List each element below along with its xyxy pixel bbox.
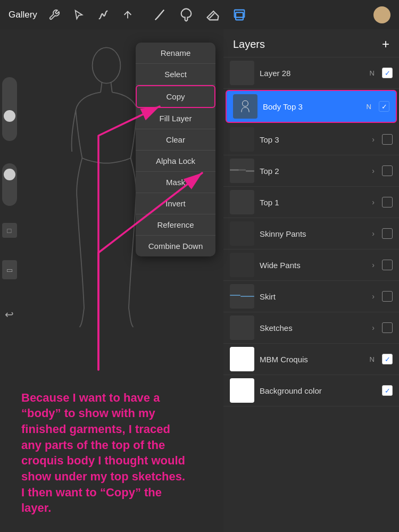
layer-row[interactable]: Background color ✓ xyxy=(223,375,399,406)
layers-tool-icon[interactable] xyxy=(232,7,247,22)
user-avatar[interactable] xyxy=(373,6,390,23)
layer-checkbox[interactable] xyxy=(382,260,393,270)
eraser-tool-icon[interactable] xyxy=(205,7,220,22)
layer-thumbnail xyxy=(230,347,254,371)
layer-name: Background color xyxy=(260,386,377,395)
brush-tool-icon[interactable] xyxy=(179,7,194,22)
opacity-bar[interactable] xyxy=(2,163,17,206)
layer-checkbox[interactable] xyxy=(382,228,393,239)
undo-button[interactable]: ↩ xyxy=(2,307,17,322)
svg-line-5 xyxy=(101,82,102,92)
canvas-area: Rename Select Copy Fill Layer Clear Alph… xyxy=(0,29,399,532)
layer-chevron-icon: › xyxy=(372,229,375,238)
layer-checkbox-active[interactable]: ✓ xyxy=(379,101,389,112)
left-tools: □ ▭ ↩ xyxy=(0,72,19,322)
layer-name-active: Body Top 3 xyxy=(263,102,361,111)
toolbar-center-tools xyxy=(152,7,247,22)
layer-thumbnail xyxy=(230,190,254,214)
layer-checkbox[interactable]: ✓ xyxy=(382,385,393,396)
layer-n-badge: N xyxy=(370,355,375,363)
layer-row[interactable]: Skinny Pants › xyxy=(223,218,399,250)
layer-name: Sketches xyxy=(260,323,367,332)
context-menu-mask[interactable]: Mask xyxy=(136,172,215,193)
layer-chevron-icon: › xyxy=(372,135,375,144)
layer-chevron-icon: › xyxy=(372,198,375,206)
layer-row[interactable]: Top 3 › xyxy=(223,124,399,155)
layer-chevron-icon: › xyxy=(372,261,375,269)
context-menu-clear[interactable]: Clear xyxy=(136,129,215,151)
layer-name: Skirt xyxy=(260,292,367,301)
layer-row[interactable]: Top 2 › xyxy=(223,155,399,187)
square-tool-button[interactable]: □ xyxy=(2,223,17,238)
brush-size-bar[interactable] xyxy=(2,77,17,141)
context-menu: Rename Select Copy Fill Layer Clear Alph… xyxy=(136,43,215,256)
context-menu-rename[interactable]: Rename xyxy=(136,43,215,64)
layer-name: Skinny Pants xyxy=(260,229,367,238)
layer-row[interactable]: Sketches › xyxy=(223,312,399,344)
gallery-button[interactable]: Gallery xyxy=(9,10,37,20)
layer-thumbnail xyxy=(230,284,254,309)
layers-title: Layers xyxy=(233,38,265,51)
svg-line-6 xyxy=(111,82,112,92)
layer-checkbox[interactable] xyxy=(382,165,393,176)
add-layer-button[interactable]: + xyxy=(382,38,389,51)
layer-thumbnail xyxy=(230,127,254,152)
layer-row[interactable]: Top 1 › xyxy=(223,187,399,218)
layer-row[interactable]: MBM Croquis N ✓ xyxy=(223,344,399,375)
layer-row[interactable]: Wide Pants › xyxy=(223,250,399,281)
layer-checkbox[interactable]: ✓ xyxy=(382,68,393,78)
context-menu-invert[interactable]: Invert xyxy=(136,193,215,214)
context-menu-fill-layer[interactable]: Fill Layer xyxy=(136,108,215,129)
layer-thumbnail xyxy=(230,61,254,85)
context-menu-select[interactable]: Select xyxy=(136,64,215,85)
cursor-icon[interactable] xyxy=(71,7,86,22)
layer-name: Top 1 xyxy=(260,198,367,207)
context-menu-alpha-lock[interactable]: Alpha Lock xyxy=(136,151,215,172)
layer-checkbox[interactable]: ✓ xyxy=(382,354,393,364)
layer-name: Top 2 xyxy=(260,167,367,176)
annotation-text: Because I want to have a “body” to show … xyxy=(21,390,192,517)
context-menu-copy[interactable]: Copy xyxy=(136,85,215,108)
arrow-up-icon[interactable] xyxy=(120,7,135,22)
layer-thumbnail xyxy=(230,221,254,246)
layer-checkbox[interactable] xyxy=(382,134,393,145)
layer-thumbnail xyxy=(230,159,254,183)
layer-thumbnail-active xyxy=(233,94,257,119)
context-menu-combine-down[interactable]: Combine Down xyxy=(136,236,215,256)
layer-row[interactable]: Skirt › xyxy=(223,281,399,312)
layer-chevron-icon: › xyxy=(372,167,375,175)
layer-name: Wide Pants xyxy=(260,261,367,270)
layer-chevron-icon: › xyxy=(372,323,375,332)
layer-row-active[interactable]: Body Top 3 N ✓ xyxy=(226,90,397,123)
layer-chevron-icon: › xyxy=(372,292,375,301)
context-menu-reference[interactable]: Reference xyxy=(136,214,215,236)
scurve-icon[interactable] xyxy=(96,7,111,22)
pen-tool-icon[interactable] xyxy=(152,7,167,22)
layer-checkbox[interactable] xyxy=(382,197,393,207)
layer-n-badge: N xyxy=(370,69,375,77)
layer-checkbox[interactable] xyxy=(382,322,393,333)
svg-rect-3 xyxy=(236,12,243,20)
layers-header: Layers + xyxy=(223,29,399,57)
layer-n-badge-active: N xyxy=(367,103,371,111)
toolbar-left: Gallery xyxy=(9,7,135,22)
layer-name: Top 3 xyxy=(260,135,367,144)
layer-name: MBM Croquis xyxy=(260,355,364,364)
layer-thumbnail xyxy=(230,315,254,340)
layer-thumbnail xyxy=(230,378,254,403)
layer-checkbox[interactable] xyxy=(382,291,393,302)
brush-size-handle[interactable] xyxy=(4,110,15,122)
layers-panel: Layers + Layer 28 N ✓ Body Top 3 N ✓ xyxy=(223,29,399,532)
layer-name: Layer 28 xyxy=(260,69,364,78)
rect-tool-button[interactable]: ▭ xyxy=(2,260,17,279)
wrench-icon[interactable] xyxy=(47,7,62,22)
svg-point-4 xyxy=(93,47,121,83)
main-toolbar: Gallery xyxy=(0,0,399,29)
opacity-handle[interactable] xyxy=(4,169,15,180)
layer-row[interactable]: Layer 28 N ✓ xyxy=(223,57,399,89)
layer-thumbnail xyxy=(230,253,254,277)
toolbar-right xyxy=(373,6,390,23)
